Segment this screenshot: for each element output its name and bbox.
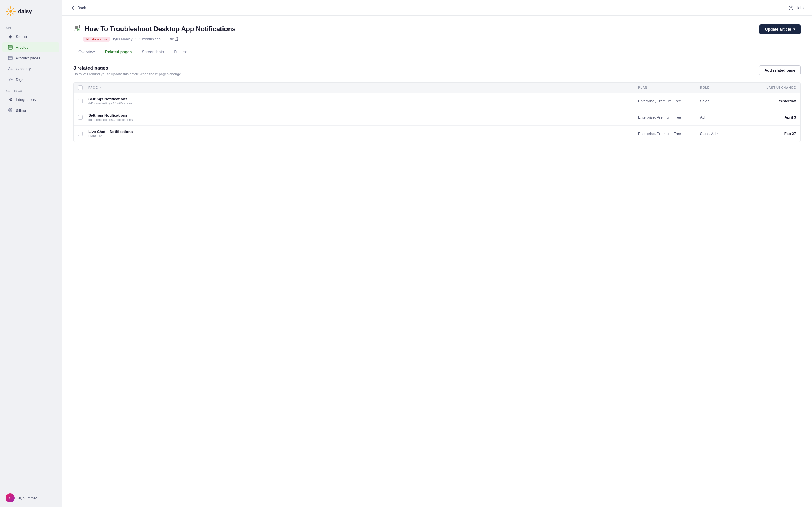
sidebar-item-glossary[interactable]: Aa Glossary — [2, 64, 59, 74]
row-checkbox[interactable] — [78, 115, 83, 120]
integrations-icon: ⚙ — [8, 97, 13, 102]
svg-rect-10 — [9, 46, 12, 47]
col-header-page: PAGE — [88, 86, 638, 89]
update-article-button[interactable]: Update article ▾ — [759, 24, 801, 34]
page-url: drift.com/settings2/notifications — [88, 118, 638, 121]
article-title-area: How To Troubleshoot Desktop App Notifica… — [73, 24, 236, 42]
related-pages-header: 3 related pages Daisy will remind you to… — [73, 65, 801, 76]
sidebar-item-articles[interactable]: Articles — [2, 42, 59, 52]
svg-point-18 — [791, 8, 792, 9]
sidebar-item-label: Articles — [16, 45, 28, 50]
main-content: Back Help How To Troubleshoot Desktop Ap… — [62, 0, 812, 507]
external-link-icon — [175, 38, 178, 41]
article-time-ago: 2 months ago — [139, 37, 161, 41]
meta-separator-2: • — [163, 37, 165, 41]
article-meta: Needs review Tyler Manley • 2 months ago… — [84, 37, 178, 42]
back-button[interactable]: Back — [70, 5, 86, 10]
sidebar-item-product-pages[interactable]: Product pages — [2, 53, 59, 63]
topnav: Back Help — [62, 0, 812, 16]
sidebar-item-label: Digs — [16, 77, 23, 82]
header-checkbox-cell — [78, 86, 88, 90]
brand-name: daisy — [18, 8, 32, 15]
article-title-row: How To Troubleshoot Desktop App Notifica… — [73, 24, 236, 34]
table-row: Settings Notifications drift.com/setting… — [73, 93, 801, 109]
page-cell: Settings Notifications drift.com/setting… — [88, 97, 638, 105]
sidebar: daisy APP ◆ Set up Articles Product page… — [0, 0, 62, 507]
related-pages-count: 3 related pages — [73, 65, 182, 71]
related-pages-description: Daisy will remind you to upadte this art… — [73, 72, 182, 76]
select-all-checkbox[interactable] — [78, 86, 83, 90]
table-header: PAGE PLAN ROLE LAST UI CHANGE — [73, 82, 801, 93]
svg-rect-13 — [8, 56, 12, 60]
related-pages-info: 3 related pages Daisy will remind you to… — [73, 65, 182, 76]
back-arrow-icon — [70, 5, 75, 10]
row-checkbox-cell — [78, 99, 88, 103]
sidebar-item-label: Set up — [16, 35, 27, 39]
digs-icon — [8, 77, 13, 82]
svg-line-5 — [8, 8, 9, 9]
sidebar-item-billing[interactable]: Billing — [2, 105, 59, 115]
section-app-label: APP — [0, 22, 62, 31]
article-title: How To Troubleshoot Desktop App Notifica… — [85, 25, 236, 33]
svg-line-8 — [8, 13, 9, 14]
help-label: Help — [795, 6, 804, 10]
page-content: How To Troubleshoot Desktop App Notifica… — [62, 16, 812, 507]
row-checkbox-cell — [78, 131, 88, 136]
svg-point-0 — [9, 10, 12, 13]
svg-line-7 — [13, 8, 14, 9]
sidebar-item-label: Billing — [16, 108, 26, 112]
help-icon — [789, 5, 794, 10]
col-header-role: ROLE — [700, 86, 745, 89]
tab-full-text[interactable]: Full text — [169, 47, 193, 57]
page-name: Settings Notifications — [88, 97, 638, 101]
logo-area: daisy — [0, 0, 62, 22]
help-button[interactable]: Help — [789, 5, 804, 10]
date-cell: Yesterday — [745, 99, 796, 103]
page-cell: Settings Notifications drift.com/setting… — [88, 113, 638, 121]
article-header: How To Troubleshoot Desktop App Notifica… — [73, 24, 801, 42]
col-header-last-ui-change: LAST UI CHANGE — [745, 86, 796, 89]
tab-screenshots[interactable]: Screenshots — [137, 47, 169, 57]
role-cell: Sales — [700, 99, 745, 103]
edit-link[interactable]: Edit — [167, 37, 178, 41]
sidebar-item-digs[interactable]: Digs — [2, 74, 59, 84]
row-checkbox[interactable] — [78, 99, 83, 103]
date-cell: Feb 27 — [745, 131, 796, 136]
page-url: Front End — [88, 134, 638, 138]
needs-review-badge: Needs review — [84, 37, 110, 42]
tab-overview[interactable]: Overview — [73, 47, 100, 57]
tabs: Overview Related pages Screenshots Full … — [73, 47, 801, 57]
sidebar-item-integrations[interactable]: ⚙ Integrations — [2, 94, 59, 105]
role-cell: Sales, Admin — [700, 131, 745, 136]
svg-line-26 — [176, 38, 178, 40]
billing-icon — [8, 108, 13, 113]
sidebar-item-setup[interactable]: ◆ Set up — [2, 32, 59, 42]
table-row: Settings Notifications drift.com/setting… — [73, 109, 801, 126]
chevron-down-icon: ▾ — [794, 27, 795, 31]
back-label: Back — [77, 6, 86, 10]
avatar: S — [6, 494, 15, 503]
role-cell: Admin — [700, 115, 745, 119]
meta-separator: • — [135, 37, 137, 41]
plan-cell: Enterprise, Premium, Free — [638, 99, 700, 103]
svg-line-6 — [13, 13, 14, 14]
document-icon — [73, 24, 81, 34]
table-row: Live Chat – Notifications Front End Ente… — [73, 126, 801, 142]
update-btn-label: Update article — [765, 27, 791, 32]
svg-rect-12 — [9, 48, 11, 48]
add-related-page-button[interactable]: Add related page — [759, 65, 801, 75]
page-name: Live Chat – Notifications — [88, 129, 638, 134]
row-checkbox-cell — [78, 115, 88, 120]
page-name: Settings Notifications — [88, 113, 638, 117]
tab-related-pages[interactable]: Related pages — [100, 47, 137, 57]
row-checkbox[interactable] — [78, 131, 83, 136]
glossary-icon: Aa — [8, 66, 13, 71]
edit-label: Edit — [167, 37, 174, 41]
page-url: drift.com/settings2/notifications — [88, 102, 638, 105]
sidebar-item-label: Glossary — [16, 67, 31, 71]
setup-icon: ◆ — [8, 34, 13, 39]
articles-icon — [8, 45, 13, 50]
section-settings-label: SETTINGS — [0, 85, 62, 94]
col-header-plan: PLAN — [638, 86, 700, 89]
sort-icon — [99, 86, 102, 89]
